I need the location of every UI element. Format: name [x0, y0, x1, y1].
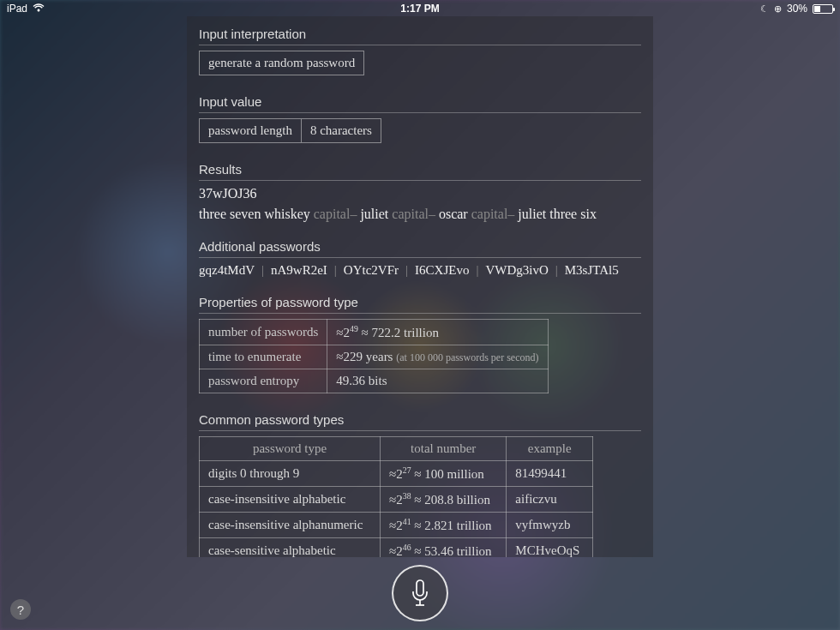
section-title-results: Results — [199, 162, 641, 177]
table-header: example — [507, 437, 593, 461]
table-row: case-sensitive alphabetic≈246 ≈ 53.46 tr… — [200, 538, 593, 558]
separator: | — [334, 263, 337, 277]
siri-result-panel: Input interpretation generate a random p… — [187, 16, 653, 557]
additional-password: VWDg3ivO — [485, 263, 548, 277]
siri-mic-button[interactable] — [392, 565, 448, 621]
table-row: case-insensitive alphanumeric≈241 ≈ 2.82… — [200, 513, 593, 538]
section-title-additional: Additional passwords — [199, 239, 641, 254]
phonetic-word: whiskey — [264, 207, 309, 221]
divider — [199, 430, 641, 431]
phonetic-word: seven — [230, 207, 261, 221]
prop-label: time to enumerate — [200, 345, 327, 369]
battery-percent: 30% — [787, 3, 807, 15]
cell-example: aificzvu — [507, 487, 593, 513]
additional-password: I6CXJEvo — [415, 263, 469, 277]
phonetic-spelling: three seven whiskey capital– juliet capi… — [199, 207, 641, 222]
status-bar: iPad 1:17 PM ☾ ⊕ 30% — [0, 0, 840, 17]
separator: | — [405, 263, 408, 277]
additional-password: M3sJTAl5 — [565, 263, 619, 277]
orientation-lock-icon: ⊕ — [774, 3, 782, 15]
device-label: iPad — [7, 3, 27, 15]
cell-example: 81499441 — [507, 461, 593, 487]
help-icon: ? — [17, 603, 24, 617]
prop-value: ≈229 years (at 100 000 passwords per sec… — [327, 345, 548, 369]
phonetic-word: three — [199, 207, 226, 221]
divider — [199, 45, 641, 45]
help-button[interactable]: ? — [10, 599, 31, 620]
cell-total: ≈238 ≈ 208.8 billion — [381, 487, 507, 513]
input-param-value: 8 characters — [302, 118, 381, 143]
divider — [199, 112, 641, 113]
cell-example: MCHveOqS — [507, 538, 593, 558]
phonetic-word: three — [549, 207, 577, 221]
phonetic-word: capital– — [471, 207, 515, 221]
phonetic-word: oscar — [439, 207, 468, 221]
table-header: total number — [381, 437, 507, 461]
section-title-interpretation: Input interpretation — [199, 27, 641, 41]
svg-rect-0 — [417, 580, 423, 596]
additional-password: OYtc2VFr — [344, 263, 399, 277]
prop-value: 49.36 bits — [327, 369, 548, 393]
section-title-input-value: Input value — [199, 94, 641, 109]
table-row: digits 0 through 9≈227 ≈ 100 million8149… — [200, 461, 593, 487]
prop-label: number of passwords — [200, 320, 327, 345]
input-param-label: password length — [199, 118, 302, 143]
cell-total: ≈246 ≈ 53.46 trillion — [381, 538, 507, 558]
common-types-table: password typetotal numberexampledigits 0… — [199, 436, 593, 557]
phonetic-word: capital– — [314, 207, 357, 221]
section-title-common: Common password types — [199, 412, 641, 427]
cell-type: case-sensitive alphabetic — [200, 538, 381, 558]
interpretation-value: generate a random password — [199, 51, 364, 75]
divider — [199, 257, 641, 258]
table-header: password type — [200, 437, 381, 461]
phonetic-word: juliet — [360, 207, 388, 221]
phonetic-word: six — [580, 207, 597, 221]
table-row: case-insensitive alphabetic≈238 ≈ 208.8 … — [200, 487, 593, 513]
cell-type: case-insensitive alphanumeric — [200, 513, 381, 538]
additional-password-list: gqz4tMdV|nA9wR2eI|OYtc2VFr|I6CXJEvo|VWDg… — [199, 263, 641, 278]
separator: | — [261, 263, 264, 277]
generated-password: 37wJOJ36 — [199, 186, 641, 201]
section-title-properties: Properties of password type — [199, 295, 641, 309]
properties-table: number of passwords≈249 ≈ 722.2 trillion… — [199, 319, 549, 393]
cell-example: vyfmwyzb — [507, 513, 593, 538]
phonetic-word: juliet — [518, 207, 546, 221]
cell-type: digits 0 through 9 — [200, 461, 381, 487]
input-value-row: password length 8 characters — [199, 118, 641, 143]
prop-label: password entropy — [200, 369, 327, 393]
separator: | — [476, 263, 478, 277]
clock: 1:17 PM — [400, 3, 439, 15]
cell-total: ≈227 ≈ 100 million — [381, 461, 507, 487]
additional-password: gqz4tMdV — [199, 263, 255, 277]
divider — [199, 180, 641, 181]
phonetic-word: capital– — [392, 207, 435, 221]
battery-icon — [813, 4, 833, 14]
cell-type: case-insensitive alphabetic — [200, 487, 381, 513]
wifi-icon — [33, 3, 45, 15]
additional-password: nA9wR2eI — [271, 263, 327, 277]
separator: | — [555, 263, 558, 277]
cell-total: ≈241 ≈ 2.821 trillion — [381, 513, 507, 538]
divider — [199, 313, 641, 314]
prop-value: ≈249 ≈ 722.2 trillion — [327, 320, 548, 345]
microphone-icon — [409, 579, 431, 608]
do-not-disturb-icon: ☾ — [760, 3, 769, 15]
